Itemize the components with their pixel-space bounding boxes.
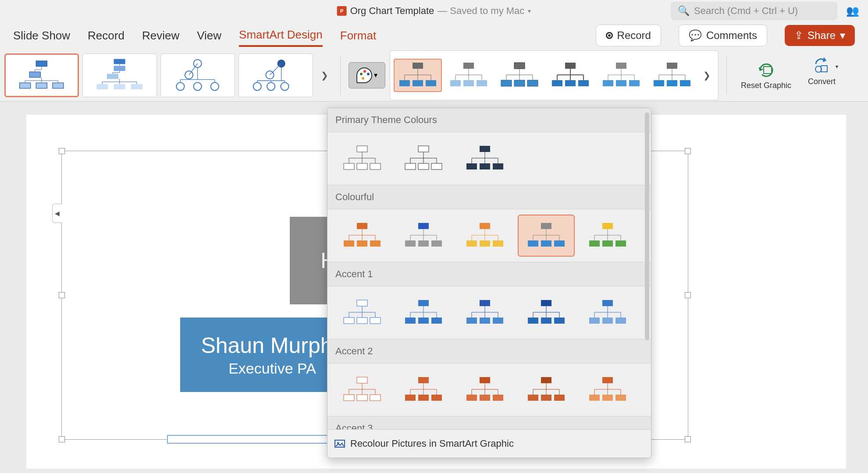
chevron-down-icon: ▾ <box>374 71 377 79</box>
resize-handle[interactable] <box>59 292 65 298</box>
presence-icon[interactable]: 👥 <box>846 5 859 17</box>
svg-rect-110 <box>615 318 626 324</box>
colour-option-accent2-1[interactable] <box>334 369 391 411</box>
colour-option-accent2-2[interactable] <box>395 369 452 411</box>
tab-view[interactable]: View <box>197 25 221 46</box>
svg-rect-55 <box>680 80 690 86</box>
svg-rect-74 <box>370 240 381 247</box>
colour-option-accent1-4[interactable] <box>518 292 575 334</box>
share-button-label: Share <box>808 29 836 42</box>
colour-option-accent1-1[interactable] <box>334 292 391 334</box>
svg-point-24 <box>267 82 275 90</box>
tab-record[interactable]: Record <box>88 25 125 46</box>
record-button-label: Record <box>617 29 651 42</box>
layout-thumb-2[interactable] <box>82 53 157 97</box>
text-pane-toggle[interactable]: ◀ <box>52 204 62 223</box>
share-button[interactable]: ⇪ Share ▾ <box>785 25 855 46</box>
svg-rect-72 <box>344 240 354 247</box>
styles-gallery-more[interactable]: ❯ <box>699 53 715 97</box>
colour-option-accent2-3[interactable] <box>456 369 513 411</box>
svg-point-13 <box>177 82 185 90</box>
svg-rect-57 <box>821 66 827 72</box>
svg-rect-75 <box>418 223 429 229</box>
layout-thumb-4[interactable] <box>238 53 313 97</box>
colour-section-primary: Primary Theme Colours <box>327 108 651 132</box>
svg-rect-3 <box>36 83 47 88</box>
resize-handle[interactable] <box>685 436 691 442</box>
style-thumb-3[interactable] <box>495 59 544 92</box>
svg-rect-70 <box>493 163 503 169</box>
reset-graphic-button[interactable]: Reset Graphic <box>735 60 797 90</box>
colour-option-accent2-5[interactable] <box>579 369 636 411</box>
chevron-down-icon[interactable]: ▾ <box>528 7 531 14</box>
ribbon-smartart-design: ❯ ▾ ❯ Reset Graphic Convert <box>0 49 868 102</box>
svg-rect-122 <box>493 395 503 401</box>
record-icon <box>606 32 613 39</box>
change-colours-button[interactable]: ▾ <box>349 62 385 88</box>
colour-option-accent1-3[interactable] <box>456 292 513 334</box>
layout-thumb-1[interactable] <box>4 53 79 97</box>
svg-rect-94 <box>370 318 381 324</box>
svg-rect-47 <box>578 80 589 86</box>
tab-smartart-design[interactable]: SmartArt Design <box>239 25 323 47</box>
comments-button[interactable]: Comments <box>679 25 767 46</box>
convert-button[interactable]: Convert ▾ <box>802 56 842 94</box>
svg-rect-36 <box>463 63 474 69</box>
colour-option-colourful-5[interactable] <box>579 215 636 257</box>
recolour-pictures-item[interactable]: Recolour Pictures in SmartArt Graphic <box>327 429 651 458</box>
svg-point-15 <box>211 82 219 90</box>
colour-option-primary-3[interactable] <box>456 138 513 180</box>
svg-rect-98 <box>431 318 442 324</box>
svg-rect-5 <box>114 59 125 64</box>
svg-rect-73 <box>357 240 367 247</box>
svg-point-23 <box>253 82 261 90</box>
colour-option-colourful-1[interactable] <box>334 215 391 257</box>
svg-rect-61 <box>357 163 367 169</box>
style-thumb-6[interactable] <box>648 59 696 92</box>
style-thumb-1[interactable] <box>394 59 442 92</box>
resize-handle[interactable] <box>685 292 691 298</box>
svg-rect-56 <box>764 67 772 74</box>
tab-format[interactable]: Format <box>340 25 376 46</box>
colour-option-primary-1[interactable] <box>334 138 391 180</box>
svg-rect-6 <box>114 66 125 71</box>
search-icon: 🔍 <box>678 5 690 17</box>
layouts-gallery: ❯ <box>4 53 332 97</box>
svg-rect-123 <box>541 377 551 383</box>
convert-label: Convert <box>808 77 836 86</box>
tab-review[interactable]: Review <box>142 25 179 46</box>
svg-point-25 <box>281 82 289 90</box>
resize-handle[interactable] <box>685 148 691 154</box>
style-thumb-5[interactable] <box>597 59 645 92</box>
svg-rect-118 <box>431 395 442 401</box>
tab-slideshow[interactable]: Slide Show <box>13 25 70 46</box>
ribbon-tabs: Slide Show Record Review View SmartArt D… <box>0 22 868 49</box>
colour-option-primary-2[interactable] <box>395 138 452 180</box>
svg-rect-41 <box>501 80 512 86</box>
svg-rect-66 <box>431 163 442 169</box>
svg-rect-95 <box>418 300 429 306</box>
colour-option-colourful-2[interactable] <box>395 215 452 257</box>
svg-rect-82 <box>493 240 503 247</box>
chevron-down-icon[interactable]: ▾ <box>836 64 838 70</box>
layouts-gallery-more[interactable]: ❯ <box>317 53 332 97</box>
search-input[interactable]: 🔍 Search (Cmd + Ctrl + U) <box>671 2 837 20</box>
colour-option-accent1-5[interactable] <box>579 292 636 334</box>
dropdown-scrollbar[interactable] <box>645 113 649 340</box>
svg-rect-60 <box>344 163 354 169</box>
record-button[interactable]: Record <box>596 25 661 46</box>
colour-option-accent1-2[interactable] <box>395 292 452 334</box>
layout-thumb-3[interactable] <box>160 53 235 97</box>
resize-handle[interactable] <box>59 148 65 154</box>
svg-rect-125 <box>541 395 551 401</box>
svg-rect-43 <box>527 80 538 86</box>
svg-rect-85 <box>541 240 551 247</box>
svg-rect-119 <box>480 377 490 383</box>
style-thumb-2[interactable] <box>445 59 493 92</box>
colour-option-colourful-3[interactable] <box>456 215 513 257</box>
colour-option-accent2-4[interactable] <box>518 369 575 411</box>
document-title-group[interactable]: P Org Chart Template — Saved to my Mac ▾ <box>337 5 531 17</box>
colour-option-colourful-4[interactable] <box>518 215 575 257</box>
resize-handle[interactable] <box>59 436 65 442</box>
style-thumb-4[interactable] <box>546 59 594 92</box>
